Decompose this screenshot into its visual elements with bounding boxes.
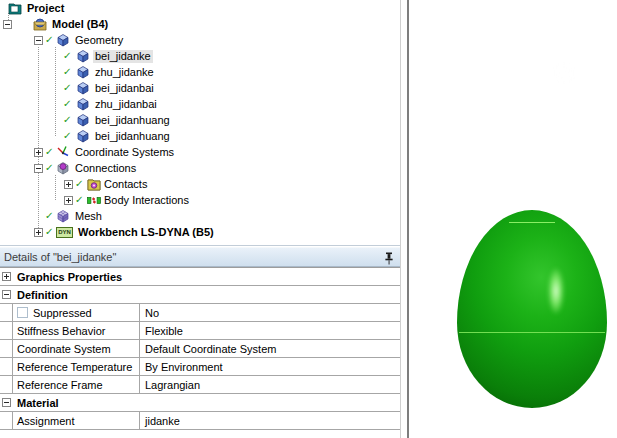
outline-tree: Project Model (B4) Geometry bei_jidanke	[0, 0, 400, 246]
left-panel-stack: Project Model (B4) Geometry bei_jidanke	[0, 0, 401, 438]
property-label: Suppressed	[13, 304, 140, 321]
check-icon	[44, 147, 56, 157]
tree-item-workbench-ls-dyna[interactable]: DYN Workbench LS-DYNA (B5)	[0, 224, 400, 240]
body-cube-icon	[76, 129, 90, 143]
body-edge-line	[509, 222, 555, 223]
property-value[interactable]: No	[140, 304, 400, 321]
tree-item-body-interactions[interactable]: Body Interactions	[0, 192, 400, 208]
check-icon	[62, 131, 74, 141]
property-value[interactable]: Lagrangian	[140, 376, 400, 393]
tree-item-body[interactable]: bei_jidanke	[0, 48, 400, 64]
tree-item-label: Mesh	[73, 210, 104, 223]
contacts-folder-icon	[87, 177, 101, 191]
expand-icon[interactable]	[64, 196, 73, 205]
property-label: Reference Temperature	[13, 358, 140, 375]
checkbox-unchecked[interactable]	[17, 307, 28, 318]
check-icon	[62, 99, 74, 109]
tree-item-body[interactable]: bei_jidanhuang	[0, 112, 400, 128]
tree-item-project[interactable]: Project	[0, 0, 400, 16]
details-row-stiffness-behavior: Stiffness Behavior Flexible	[0, 322, 400, 340]
connections-icon	[56, 161, 70, 175]
expand-icon[interactable]	[64, 180, 73, 189]
body-cube-icon	[76, 113, 90, 127]
lower-egg-body[interactable]	[457, 210, 607, 408]
geometry-cube-icon	[56, 33, 70, 47]
tree-item-label: Project	[25, 2, 66, 15]
mesh-icon	[56, 209, 70, 223]
details-row-reference-frame: Reference Frame Lagrangian	[0, 376, 400, 394]
tree-item-label: bei_jidanbai	[93, 82, 156, 95]
details-row-assignment: Assignment jidanke	[0, 412, 400, 430]
property-value[interactable]: jidanke	[140, 412, 400, 429]
details-row-coordinate-system: Coordinate System Default Coordinate Sys…	[0, 340, 400, 358]
details-row-reference-temperature: Reference Temperature By Environment	[0, 358, 400, 376]
details-panel: Details of "bei_jidanke" Graphics Proper…	[0, 247, 400, 438]
collapse-icon[interactable]	[34, 36, 43, 45]
pin-icon[interactable]	[384, 252, 394, 265]
details-header: Details of "bei_jidanke"	[0, 247, 400, 267]
tree-item-label: Workbench LS-DYNA (B5)	[76, 226, 216, 239]
body-edge-line	[508, 202, 565, 203]
tree-item-label: Coordinate Systems	[73, 146, 176, 159]
coordinate-triad-icon	[56, 145, 70, 159]
property-value[interactable]: By Environment	[140, 358, 400, 375]
body-edge-line	[462, 90, 611, 91]
body-interactions-icon	[87, 193, 101, 207]
category-label: Definition	[13, 286, 400, 303]
tree-item-label: Connections	[73, 162, 138, 175]
check-icon	[62, 51, 74, 61]
check-icon	[44, 163, 56, 173]
details-table: Graphics Properties Definition Suppresse…	[0, 267, 400, 430]
check-icon	[44, 211, 56, 221]
expand-icon[interactable]	[2, 272, 11, 281]
tree-item-body[interactable]: bei_jidanhuang	[0, 128, 400, 144]
project-folder-icon	[8, 1, 22, 15]
body-edge-line	[459, 332, 605, 333]
tree-item-label: Contacts	[102, 178, 149, 191]
category-label: Material	[13, 394, 400, 411]
check-icon	[44, 227, 56, 237]
tree-item-mesh[interactable]: Mesh	[0, 208, 400, 224]
body-cube-icon	[76, 97, 90, 111]
check-icon	[74, 195, 86, 205]
details-category-graphics-properties[interactable]: Graphics Properties	[0, 268, 400, 286]
collapse-icon[interactable]	[2, 398, 11, 407]
details-title: Details of "bei_jidanke"	[4, 251, 116, 263]
tree-item-model[interactable]: Model (B4)	[0, 16, 400, 32]
details-category-material[interactable]: Material	[0, 394, 400, 412]
body-cube-icon	[76, 49, 90, 63]
details-category-definition[interactable]: Definition	[0, 286, 400, 304]
category-label: Graphics Properties	[13, 268, 400, 285]
check-icon	[62, 83, 74, 93]
tree-item-label: zhu_jidanke	[93, 66, 156, 79]
property-label: Assignment	[13, 412, 140, 429]
tree-item-body[interactable]: bei_jidanbai	[0, 80, 400, 96]
tree-item-body[interactable]: zhu_jidanke	[0, 64, 400, 80]
tree-item-contacts[interactable]: Contacts	[0, 176, 400, 192]
specular-highlight	[548, 268, 564, 314]
collapse-icon[interactable]	[34, 164, 43, 173]
property-value[interactable]: Default Coordinate System	[140, 340, 400, 357]
geometry-viewport[interactable]	[409, 0, 617, 438]
check-icon	[62, 115, 74, 125]
tree-item-label: Geometry	[73, 34, 125, 47]
check-icon	[44, 35, 56, 45]
tree-item-geometry[interactable]: Geometry	[0, 32, 400, 48]
details-row-suppressed: Suppressed No	[0, 304, 400, 322]
tree-item-label: bei_jidanke	[93, 50, 153, 63]
property-value[interactable]: Flexible	[140, 322, 400, 339]
collapse-icon[interactable]	[3, 20, 12, 29]
tree-item-body[interactable]: zhu_jidanbai	[0, 96, 400, 112]
expand-icon[interactable]	[34, 148, 43, 157]
check-icon	[62, 67, 74, 77]
tree-item-coordinate-systems[interactable]: Coordinate Systems	[0, 144, 400, 160]
model-icon	[33, 17, 47, 31]
body-cube-icon	[76, 65, 90, 79]
specular-highlight	[552, 62, 576, 84]
tree-item-label: Model (B4)	[50, 18, 110, 31]
tree-item-label: zhu_jidanbai	[93, 98, 159, 111]
collapse-icon[interactable]	[2, 290, 11, 299]
tree-item-connections[interactable]: Connections	[0, 160, 400, 176]
expand-icon[interactable]	[34, 228, 43, 237]
upper-egg-body[interactable]	[458, 22, 615, 213]
